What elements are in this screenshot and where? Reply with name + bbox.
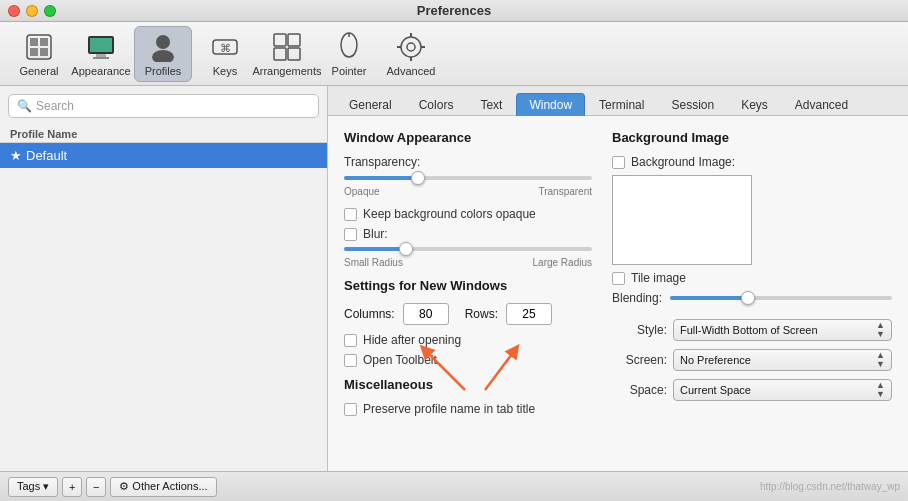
- toolbar-general[interactable]: General: [10, 26, 68, 82]
- blending-label: Blending:: [612, 291, 662, 305]
- misc-title: Miscellaneous: [344, 377, 592, 392]
- svg-point-10: [152, 50, 174, 62]
- screen-arrow: ▲▼: [876, 351, 885, 369]
- blending-thumb[interactable]: [741, 291, 755, 305]
- toolbar-arrangements[interactable]: Arrangements: [258, 26, 316, 82]
- hide-after-checkbox[interactable]: [344, 334, 357, 347]
- svg-point-20: [407, 43, 415, 51]
- right-panel: General Colors Text Window Terminal Sess…: [328, 86, 908, 471]
- tags-label: Tags ▾: [17, 480, 49, 493]
- columns-input[interactable]: [403, 303, 449, 325]
- other-actions-button[interactable]: ⚙ Other Actions...: [110, 477, 216, 497]
- svg-text:⌘: ⌘: [220, 42, 231, 54]
- screen-select[interactable]: No Preference ▲▼: [673, 349, 892, 371]
- hide-after-row: Hide after opening: [344, 333, 592, 347]
- open-toolbelt-checkbox[interactable]: [344, 354, 357, 367]
- tab-keys[interactable]: Keys: [728, 93, 781, 116]
- space-row: Space: Current Space ▲▼: [612, 379, 892, 401]
- toolbar-general-label: General: [19, 65, 58, 77]
- transparency-slider-container: Opaque Transparent: [344, 176, 592, 197]
- tile-image-checkbox[interactable]: [612, 272, 625, 285]
- profile-item-default[interactable]: ★ Default: [0, 143, 327, 168]
- tab-terminal[interactable]: Terminal: [586, 93, 657, 116]
- svg-point-9: [156, 35, 170, 49]
- svg-rect-8: [93, 57, 109, 59]
- new-window-style-section: Style: Full-Width Bottom of Screen ▲▼ Sc…: [612, 319, 892, 401]
- toolbar-arrangements-label: Arrangements: [252, 65, 321, 77]
- toolbar-pointer[interactable]: Pointer: [320, 26, 378, 82]
- transparent-label: Transparent: [538, 186, 592, 197]
- blur-label: Blur:: [363, 227, 388, 241]
- tab-colors[interactable]: Colors: [406, 93, 467, 116]
- toolbar-profiles-label: Profiles: [145, 65, 182, 77]
- blur-slider-thumb[interactable]: [399, 242, 413, 256]
- tile-image-label: Tile image: [631, 271, 686, 285]
- sidebar: 🔍 Search Profile Name ★ Default: [0, 86, 328, 471]
- advanced-icon: [395, 31, 427, 63]
- svg-point-19: [401, 37, 421, 57]
- transparency-slider-labels: Opaque Transparent: [344, 186, 592, 197]
- large-radius-label: Large Radius: [533, 257, 592, 268]
- columns-label: Columns:: [344, 307, 395, 321]
- blur-checkbox[interactable]: [344, 228, 357, 241]
- toolbar-keys[interactable]: ⌘ Keys: [196, 26, 254, 82]
- toolbar-advanced-label: Advanced: [387, 65, 436, 77]
- settings-new-windows-title: Settings for New Windows: [344, 278, 592, 293]
- blur-slider-container: Small Radius Large Radius: [344, 247, 592, 268]
- space-label: Space:: [612, 383, 667, 397]
- columns-rows-row: Columns: Rows:: [344, 303, 592, 325]
- tab-advanced[interactable]: Advanced: [782, 93, 861, 116]
- toolbar-advanced[interactable]: Advanced: [382, 26, 440, 82]
- blur-slider-track[interactable]: [344, 247, 592, 251]
- remove-icon: −: [93, 481, 99, 493]
- bg-image-checkbox[interactable]: [612, 156, 625, 169]
- profile-name: Default: [26, 148, 67, 163]
- keep-bg-row: Keep background colors opaque: [344, 207, 592, 221]
- search-box[interactable]: 🔍 Search: [8, 94, 319, 118]
- rows-label: Rows:: [465, 307, 498, 321]
- bg-image-label: Background Image:: [631, 155, 735, 169]
- minimize-button[interactable]: [26, 5, 38, 17]
- svg-rect-1: [30, 38, 38, 46]
- transparency-slider-track[interactable]: [344, 176, 592, 180]
- add-profile-button[interactable]: +: [62, 477, 82, 497]
- toolbar-profiles[interactable]: Profiles: [134, 26, 192, 82]
- appearance-icon: [85, 31, 117, 63]
- toolbar-appearance-label: Appearance: [71, 65, 130, 77]
- keep-bg-checkbox[interactable]: [344, 208, 357, 221]
- blending-slider[interactable]: [670, 296, 892, 300]
- tab-window[interactable]: Window: [516, 93, 585, 116]
- blur-slider-labels: Small Radius Large Radius: [344, 257, 592, 268]
- toolbar-keys-label: Keys: [213, 65, 237, 77]
- tags-button[interactable]: Tags ▾: [8, 477, 58, 497]
- space-select[interactable]: Current Space ▲▼: [673, 379, 892, 401]
- rows-input[interactable]: [506, 303, 552, 325]
- style-select[interactable]: Full-Width Bottom of Screen ▲▼: [673, 319, 892, 341]
- general-icon: [23, 31, 55, 63]
- arrangements-icon: [271, 31, 303, 63]
- keep-bg-label: Keep background colors opaque: [363, 207, 536, 221]
- remove-profile-button[interactable]: −: [86, 477, 106, 497]
- svg-rect-4: [40, 48, 48, 56]
- search-placeholder: Search: [36, 99, 74, 113]
- opacity-label: Opaque: [344, 186, 380, 197]
- blending-row: Blending:: [612, 291, 892, 305]
- tab-session[interactable]: Session: [658, 93, 727, 116]
- screen-row: Screen: No Preference ▲▼: [612, 349, 892, 371]
- tab-general[interactable]: General: [336, 93, 405, 116]
- toolbar: General Appearance Profiles ⌘: [0, 22, 908, 86]
- close-button[interactable]: [8, 5, 20, 17]
- svg-rect-16: [288, 48, 300, 60]
- open-toolbelt-label: Open Toolbelt: [363, 353, 437, 367]
- transparency-row: Transparency:: [344, 155, 592, 169]
- transparency-slider-fill: [344, 176, 418, 180]
- preserve-profile-checkbox[interactable]: [344, 403, 357, 416]
- maximize-button[interactable]: [44, 5, 56, 17]
- bg-image-row: Background Image:: [612, 155, 892, 169]
- tab-text[interactable]: Text: [467, 93, 515, 116]
- blur-slider-fill: [344, 247, 406, 251]
- toolbar-appearance[interactable]: Appearance: [72, 26, 130, 82]
- transparency-slider-thumb[interactable]: [411, 171, 425, 185]
- small-radius-label: Small Radius: [344, 257, 403, 268]
- profiles-icon: [147, 31, 179, 63]
